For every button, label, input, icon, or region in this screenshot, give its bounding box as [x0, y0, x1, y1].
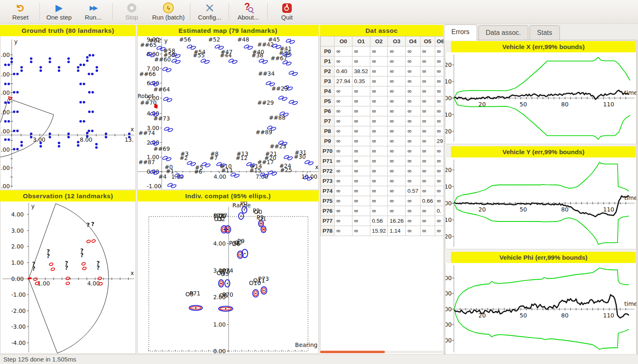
cell-P74-O5[interactable]: ∞ [420, 186, 435, 196]
cell-P77-O0[interactable]: ∞ [335, 216, 352, 226]
cell-P72-O2[interactable]: ∞ [370, 166, 388, 176]
cell-P72-O4[interactable]: ∞ [406, 166, 420, 176]
cell-P74-O1[interactable]: ∞ [352, 186, 370, 196]
cell-P7-O3[interactable]: ∞ [388, 116, 406, 126]
cell-P73-O4[interactable]: ∞ [406, 176, 420, 186]
cell-P76-O2[interactable]: ∞ [370, 206, 388, 216]
cell-P1-O3[interactable]: ∞ [388, 57, 406, 66]
cell-P70-O0[interactable]: ∞ [335, 146, 352, 156]
cell-P73-O1[interactable]: ∞ [352, 176, 370, 186]
cell-P6-O0[interactable]: ∞ [335, 106, 352, 116]
cell-P1-O4[interactable]: ∞ [406, 57, 420, 66]
cell-P72-O3[interactable]: ∞ [388, 166, 406, 176]
row-header-P6[interactable]: P6 [321, 106, 335, 116]
cell-P2-O4[interactable]: ∞ [406, 66, 420, 76]
row-header-P2[interactable]: P2 [321, 66, 335, 76]
row-header-P78[interactable]: P78 [321, 226, 335, 236]
tab-stats[interactable]: Stats [530, 25, 559, 40]
cell-P75-O1[interactable]: ∞ [352, 196, 370, 206]
cell-P9-O3[interactable]: ∞ [388, 136, 406, 146]
cell-P1-O0[interactable]: ∞ [335, 57, 352, 66]
cell-P9-O2[interactable]: ∞ [370, 136, 388, 146]
cell-P6-O6[interactable]: ∞ [435, 106, 443, 116]
cell-P71-O4[interactable]: ∞ [406, 156, 420, 166]
cell-P6-O1[interactable]: ∞ [352, 106, 370, 116]
cell-P0-O4[interactable]: ∞ [406, 47, 420, 57]
cell-P75-O0[interactable]: ∞ [335, 196, 352, 206]
cell-P9-O6[interactable]: 29 [435, 136, 443, 146]
column-header-O2[interactable]: O2 [370, 37, 388, 47]
row-header-P77[interactable]: P77 [321, 216, 335, 226]
config-button[interactable]: Config... [192, 1, 227, 22]
cell-P8-O0[interactable]: ∞ [335, 126, 352, 136]
row-header-P73[interactable]: P73 [321, 176, 335, 186]
cell-P6-O3[interactable]: ∞ [388, 106, 406, 116]
column-header-O3[interactable]: O3 [388, 37, 406, 47]
cell-P77-O5[interactable]: ∞ [420, 216, 435, 226]
cell-P77-O1[interactable]: ∞ [352, 216, 370, 226]
cell-P6-O2[interactable]: ∞ [370, 106, 388, 116]
cell-P6-O4[interactable]: ∞ [406, 106, 420, 116]
cell-P75-O3[interactable]: ∞ [388, 196, 406, 206]
row-header-P1[interactable]: P1 [321, 57, 335, 66]
cell-P71-O5[interactable]: ∞ [420, 156, 435, 166]
reset-button[interactable]: ↺Reset [3, 1, 37, 22]
cell-P72-O1[interactable]: ∞ [352, 166, 370, 176]
row-header-P75[interactable]: P75 [321, 196, 335, 206]
row-header-P3[interactable]: P3 [321, 76, 335, 86]
row-header-P70[interactable]: P70 [321, 146, 335, 156]
cell-P1-O5[interactable]: ∞ [420, 57, 435, 66]
cell-P7-O5[interactable]: ∞ [420, 116, 435, 126]
cell-P76-O0[interactable]: ∞ [335, 206, 352, 216]
cell-P5-O0[interactable]: ∞ [335, 96, 352, 106]
cell-P0-O6[interactable]: ∞ [435, 47, 443, 57]
row-header-P76[interactable]: P76 [321, 206, 335, 216]
cell-P2-O2[interactable]: ∞ [370, 66, 388, 76]
cell-P78-O1[interactable]: ∞ [352, 226, 370, 236]
cell-P70-O4[interactable]: ∞ [406, 146, 420, 156]
cell-P7-O0[interactable]: ∞ [335, 116, 352, 126]
cell-P2-O3[interactable]: ∞ [388, 66, 406, 76]
cell-P71-O3[interactable]: ∞ [388, 156, 406, 166]
one-step-button[interactable]: ▶One step [42, 1, 76, 22]
cell-P1-O6[interactable]: ∞ [435, 57, 443, 66]
cell-P75-O6[interactable]: ∞ [435, 196, 443, 206]
cell-P72-O0[interactable]: ∞ [335, 166, 352, 176]
cell-P2-O6[interactable]: ∞ [435, 66, 443, 76]
cell-P76-O6[interactable]: 0. [435, 206, 443, 216]
cell-P70-O1[interactable]: ∞ [352, 146, 370, 156]
cell-P2-O5[interactable]: ∞ [420, 66, 435, 76]
column-header-O1[interactable]: O1 [352, 37, 370, 47]
cell-P76-O1[interactable]: ∞ [352, 206, 370, 216]
cell-P75-O5[interactable]: 0.66 [420, 196, 435, 206]
column-header-O5[interactable]: O5 [420, 37, 435, 47]
cell-P78-O3[interactable]: 1.14 [388, 226, 406, 236]
cell-P72-O5[interactable]: ∞ [420, 166, 435, 176]
cell-P5-O3[interactable]: ∞ [388, 96, 406, 106]
cell-P70-O5[interactable]: ∞ [420, 146, 435, 156]
cell-P72-O6[interactable]: ∞ [435, 166, 443, 176]
cell-P7-O2[interactable]: ∞ [370, 116, 388, 126]
cell-P77-O6[interactable]: ∞ [435, 216, 443, 226]
cell-P74-O2[interactable]: ∞ [370, 186, 388, 196]
quit-button[interactable]: Quit [270, 1, 304, 22]
tab-errors[interactable]: Errors [444, 25, 477, 40]
cell-P3-O6[interactable]: ∞ [435, 76, 443, 86]
column-header-O4[interactable]: O4 [406, 37, 420, 47]
dat-assoc-hscrollbar[interactable] [320, 351, 443, 353]
cell-P4-O5[interactable]: ∞ [420, 86, 435, 96]
cell-P73-O3[interactable]: ∞ [388, 176, 406, 186]
cell-P78-O2[interactable]: 15.92 [370, 226, 388, 236]
cell-P4-O3[interactable]: ∞ [388, 86, 406, 96]
cell-P78-O6[interactable]: ∞ [435, 226, 443, 236]
cell-P71-O6[interactable]: ∞ [435, 156, 443, 166]
row-header-P7[interactable]: P7 [321, 116, 335, 126]
cell-P9-O5[interactable]: ∞ [420, 136, 435, 146]
row-header-P74[interactable]: P74 [321, 186, 335, 196]
cell-P9-O1[interactable]: ∞ [352, 136, 370, 146]
cell-P3-O4[interactable]: ∞ [406, 76, 420, 86]
run-batch-button[interactable]: ϟRun (batch) [149, 1, 188, 22]
cell-P5-O4[interactable]: ∞ [406, 96, 420, 106]
cell-P74-O6[interactable]: ∞ [435, 186, 443, 196]
cell-P4-O6[interactable]: ∞ [435, 86, 443, 96]
